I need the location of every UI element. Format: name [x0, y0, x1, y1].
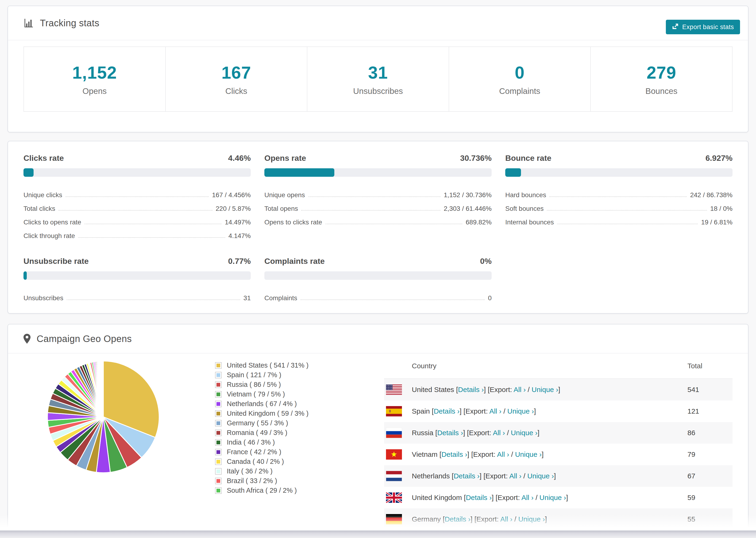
legend-swatch: [215, 449, 222, 456]
bar-chart-icon: [24, 18, 34, 28]
flag-us-icon: [386, 385, 402, 395]
geo-table-header: Country Total: [384, 353, 732, 379]
legend-swatch: [215, 487, 222, 494]
legend-label: Brazil ( 33 / 2% ): [227, 477, 277, 485]
total-cell: 79: [687, 451, 732, 458]
rate-row-value: 4.147%: [229, 232, 251, 240]
stat-unsubscribes: 31 Unsubscribes: [307, 47, 449, 111]
export-all-link[interactable]: All ›: [497, 451, 509, 458]
rate-row-soft-bounces: Soft bounces18 / 0%: [505, 199, 732, 212]
flag-de-icon: [386, 514, 402, 524]
rate-row-internal-bounces: Internal bounces19 / 6.81%: [505, 212, 732, 226]
dotted-leader: [557, 224, 698, 224]
export-all-link[interactable]: All ›: [489, 407, 502, 415]
rate-row-value: 0: [488, 295, 492, 302]
export-unique-link[interactable]: Unique ›: [511, 429, 537, 437]
legend-label: Romania ( 49 / 3% ): [227, 429, 287, 437]
rate-rows: Hard bounces242 / 86.738%Soft bounces18 …: [505, 185, 732, 226]
legend-label: Russia ( 86 / 5% ): [227, 381, 281, 389]
legend-item-united-kingdom: United Kingdom ( 59 / 3% ): [215, 409, 384, 418]
export-unique-link[interactable]: Unique ›: [518, 515, 545, 523]
rate-block-bounce-rate: Bounce rate6.927%Hard bounces242 / 86.73…: [505, 153, 732, 240]
details-link[interactable]: Details ›: [434, 407, 459, 415]
rate-row-value: 242 / 86.738%: [690, 191, 732, 199]
country-cell: Vietnam [Details ›] [Export: All › / Uni…: [412, 451, 687, 458]
legend-item-russia: Russia ( 86 / 5% ): [215, 380, 384, 389]
details-link[interactable]: Details ›: [445, 515, 470, 523]
rate-rows: Unique opens1,152 / 30.736%Total opens2,…: [264, 185, 492, 226]
export-all-link[interactable]: All ›: [500, 515, 513, 523]
details-link[interactable]: Details ›: [466, 494, 492, 501]
export-all-link[interactable]: All ›: [509, 472, 521, 480]
geo-table-rows: United States [Details ›] [Export: All ›…: [384, 379, 732, 530]
rate-block-complaints-rate: Complaints rate0%Complaints0: [264, 256, 492, 302]
country-cell: Russia [Details ›] [Export: All › / Uniq…: [412, 429, 687, 437]
legend-item-india: India ( 46 / 3% ): [215, 438, 384, 447]
legend-swatch: [215, 410, 222, 417]
details-link[interactable]: Details ›: [454, 472, 479, 480]
export-all-link[interactable]: All ›: [493, 429, 505, 437]
export-unique-link[interactable]: Unique ›: [515, 451, 542, 458]
rate-row-label: Unique clicks: [24, 191, 62, 199]
rate-row-unsubscribes: Unsubscribes31: [24, 288, 251, 302]
dotted-leader: [301, 210, 441, 211]
export-unique-link[interactable]: Unique ›: [527, 472, 554, 480]
legend-swatch: [215, 401, 222, 407]
rate-row-hard-bounces: Hard bounces242 / 86.738%: [505, 185, 732, 199]
flag-ru-icon: [386, 428, 402, 438]
legend-label: South Africa ( 29 / 2% ): [227, 487, 297, 494]
export-unique-link[interactable]: Unique ›: [540, 494, 566, 501]
stat-complaints: 0 Complaints: [449, 47, 590, 111]
total-cell: 86: [687, 429, 732, 437]
rate-title: Complaints rate: [264, 256, 325, 266]
export-basic-stats-button[interactable]: Export basic stats: [666, 20, 740, 34]
details-link[interactable]: Details ›: [437, 429, 463, 437]
column-header-total: Total: [687, 362, 732, 370]
total-cell: 59: [687, 494, 732, 502]
dotted-leader: [300, 299, 485, 300]
rate-rows: Unique clicks167 / 4.456%Total clicks220…: [24, 185, 251, 240]
table-row-spain: Spain [Details ›] [Export: All › / Uniqu…: [384, 401, 732, 422]
export-all-link[interactable]: All ›: [514, 386, 526, 394]
export-all-link[interactable]: All ›: [521, 494, 534, 501]
legend-label: Netherlands ( 67 / 4% ): [227, 400, 297, 408]
country-cell: Germany [Details ›] [Export: All › / Uni…: [412, 515, 687, 523]
dotted-leader: [325, 224, 462, 224]
stat-bounces-value: 279: [647, 63, 676, 82]
progress-bar-fill: [264, 168, 334, 177]
legend-swatch: [215, 478, 222, 484]
dotted-leader: [67, 299, 240, 300]
details-link[interactable]: Details ›: [441, 451, 467, 458]
rate-block-clicks-rate: Clicks rate4.46%Unique clicks167 / 4.456…: [24, 153, 251, 240]
rate-block-unsubscribe-rate: Unsubscribe rate0.77%Unsubscribes31: [24, 256, 251, 302]
legend-item-united-states: United States ( 541 / 31% ): [215, 360, 384, 370]
legend-swatch: [215, 391, 222, 398]
stat-opens: 1,152 Opens: [24, 47, 165, 111]
rate-head: Opens rate30.736%: [264, 153, 492, 163]
export-unique-link[interactable]: Unique ›: [507, 407, 534, 415]
legend-item-romania: Romania ( 49 / 3% ): [215, 428, 384, 438]
dotted-leader: [84, 224, 222, 224]
rate-head: Complaints rate0%: [264, 256, 492, 266]
rate-value: 30.736%: [460, 153, 492, 163]
legend-swatch: [215, 430, 222, 436]
total-cell: 55: [687, 515, 732, 523]
rate-value: 4.46%: [228, 153, 251, 163]
tracking-stats-header: Tracking stats Export basic stats: [8, 6, 748, 40]
rate-head: Clicks rate4.46%: [24, 153, 251, 163]
geo-pie-wrap: [24, 353, 215, 476]
rate-row-label: Clicks to opens rate: [24, 219, 81, 226]
legend-item-france: France ( 42 / 2% ): [215, 447, 384, 457]
table-row-germany: Germany [Details ›] [Export: All › / Uni…: [384, 509, 732, 530]
geo-header: Campaign Geo Opens: [8, 324, 748, 353]
legend-item-canada: Canada ( 40 / 2% ): [215, 457, 384, 466]
legend-item-vietnam: Vietnam ( 79 / 5% ): [215, 389, 384, 399]
legend-label: Canada ( 40 / 2% ): [227, 458, 284, 465]
export-unique-link[interactable]: Unique ›: [531, 386, 558, 394]
progress-bar: [264, 271, 492, 280]
bottom-scroll-band: [0, 530, 756, 538]
legend-swatch: [215, 468, 222, 475]
rate-row-label: Unsubscribes: [24, 295, 63, 302]
details-link[interactable]: Details ›: [458, 386, 484, 394]
rate-row-unique-opens: Unique opens1,152 / 30.736%: [264, 185, 492, 199]
